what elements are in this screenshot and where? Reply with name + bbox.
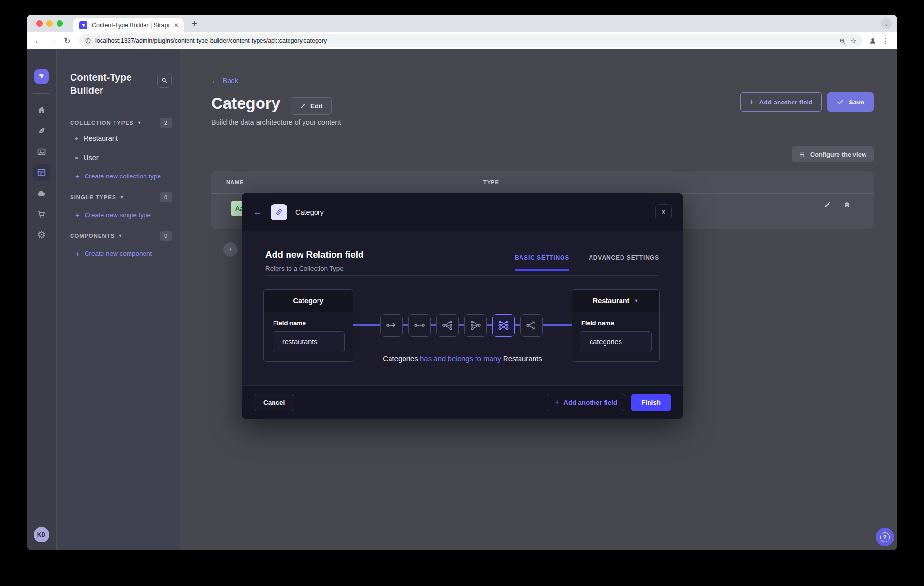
target-dropdown[interactable]: Restaurant ▼ [572, 290, 659, 312]
source-card: Category Field name [263, 289, 353, 362]
tab-basic-settings[interactable]: BASIC SETTINGS [515, 254, 569, 271]
edit-button[interactable]: Edit [291, 97, 332, 115]
relation-one-to-one-icon[interactable] [408, 314, 431, 337]
relation-sentence: Categories has and belongs to many Resta… [353, 354, 572, 363]
help-button[interactable]: ? [876, 528, 894, 546]
bullet-icon [75, 137, 78, 140]
plugin-sidebar: Content-Type Builder COLLECTION TYPES ▼ … [57, 49, 180, 550]
strapi-logo[interactable] [34, 69, 49, 84]
maximize-window-button[interactable] [57, 20, 63, 27]
sidebar-title: Content-Type Builder [70, 71, 138, 97]
collection-types-count-badge: 2 [160, 118, 172, 128]
main-nav-rail: ⚙ KD [27, 49, 57, 550]
source-card-title: Category [264, 290, 353, 312]
profile-icon[interactable] [868, 36, 877, 45]
page-subtitle: Build the data architecture of your cont… [211, 118, 341, 126]
reload-icon[interactable]: ↻ [61, 36, 73, 45]
modal-close-icon[interactable]: ✕ [655, 204, 672, 220]
add-another-field-button[interactable]: + Add another field [740, 92, 822, 112]
question-mark-icon: ? [880, 532, 890, 542]
browser-tab[interactable]: Content-Type Builder | Strapi ✕ [73, 18, 184, 32]
components-count-badge: 0 [160, 231, 172, 241]
modal-body: Add new Relation field Refers to a Colle… [242, 231, 683, 385]
tabs-divider [265, 275, 659, 276]
relation-many-to-one-icon[interactable] [464, 314, 487, 337]
tab-title: Content-Type Builder | Strapi [92, 22, 170, 29]
modal-header: ← Category ✕ [242, 193, 683, 231]
delete-field-icon[interactable] [843, 201, 851, 209]
source-field-label: Field name [273, 320, 306, 327]
cancel-button[interactable]: Cancel [254, 394, 294, 411]
finish-button[interactable]: Finish [631, 394, 671, 411]
modal-breadcrumb: Category [295, 208, 324, 216]
search-button[interactable] [157, 73, 172, 88]
relation-link-icon [271, 204, 287, 220]
source-field-input[interactable] [273, 331, 345, 352]
tab-close-icon[interactable]: ✕ [174, 22, 179, 29]
bullet-icon [75, 157, 78, 159]
column-name: NAME [226, 179, 244, 185]
plus-icon: + [555, 398, 559, 407]
site-info-icon[interactable] [85, 37, 91, 44]
marketplace-cart-icon[interactable] [32, 204, 51, 224]
cloud-icon[interactable] [32, 183, 51, 204]
tab-search-chevron-icon[interactable]: ⌄ [881, 18, 892, 29]
address-bar[interactable]: localhost:1337/admin/plugins/content-typ… [79, 34, 863, 47]
plus-icon: + [750, 97, 754, 107]
relation-many-to-many-icon[interactable] [492, 314, 515, 337]
browser-toolbar: ← → ↻ localhost:1337/admin/plugins/conte… [27, 32, 897, 49]
plus-circle-icon[interactable]: + [223, 242, 238, 257]
nav-divider [33, 93, 50, 94]
zoom-page-icon[interactable] [839, 37, 846, 44]
forward-nav-icon[interactable]: → [47, 36, 58, 45]
create-collection-type-link[interactable]: + Create new collection type [70, 167, 172, 185]
edit-field-icon[interactable] [823, 201, 832, 209]
browser-menu-icon[interactable]: ⋮ [880, 36, 892, 45]
home-icon[interactable] [32, 100, 51, 120]
relation-many-way-icon[interactable] [520, 314, 543, 337]
section-single-types[interactable]: SINGLE TYPES ▼ 0 [70, 191, 172, 203]
pencil-icon [300, 103, 306, 109]
minimize-window-button[interactable] [46, 20, 53, 27]
media-library-icon[interactable] [32, 141, 51, 162]
section-components[interactable]: COMPONENTS ▼ 0 [70, 230, 172, 242]
target-card: Restaurant ▼ Field name [572, 289, 660, 362]
section-collection-types[interactable]: COLLECTION TYPES ▼ 2 [70, 117, 172, 129]
page-title: Category [211, 94, 280, 113]
user-avatar[interactable]: KD [34, 527, 49, 542]
add-relation-modal: ← Category ✕ Add new Relation field Refe… [242, 193, 683, 419]
modal-add-another-field-button[interactable]: + Add another field [547, 394, 625, 411]
relation-one-way-icon[interactable] [380, 314, 403, 337]
column-type: TYPE [483, 179, 499, 185]
table-header: NAME TYPE [211, 171, 874, 194]
new-tab-button[interactable]: + [192, 18, 197, 29]
target-field-label: Field name [581, 320, 614, 327]
tab-advanced-settings[interactable]: ADVANCED SETTINGS [589, 254, 659, 271]
settings-gear-icon[interactable]: ⚙ [32, 224, 51, 245]
plus-icon: + [75, 172, 80, 180]
url-text: localhost:1337/admin/plugins/content-typ… [95, 37, 835, 44]
plus-icon: + [75, 249, 80, 258]
modal-title: Add new Relation field [265, 249, 364, 260]
close-window-button[interactable] [36, 20, 43, 27]
sidebar-divider [70, 105, 82, 105]
list-settings-icon [799, 151, 806, 158]
content-type-builder-icon[interactable] [32, 162, 51, 183]
plus-icon: + [75, 211, 80, 219]
create-single-type-link[interactable]: + Create new single type [70, 206, 172, 223]
sidebar-item-user[interactable]: User [70, 148, 172, 167]
bookmark-star-icon[interactable]: ☆ [850, 36, 857, 45]
save-button[interactable]: Save [827, 92, 874, 112]
relation-one-to-many-icon[interactable] [436, 314, 459, 337]
modal-footer: Cancel + Add another field Finish [242, 385, 683, 419]
modal-subtitle: Refers to a Collection Type [265, 265, 344, 272]
modal-back-icon[interactable]: ← [253, 206, 262, 218]
back-nav-icon[interactable]: ← [32, 36, 44, 45]
content-manager-feather-icon[interactable] [32, 120, 51, 141]
modal-tabs: BASIC SETTINGS ADVANCED SETTINGS [515, 254, 659, 271]
sidebar-item-restaurant[interactable]: Restaurant [70, 129, 172, 148]
back-link[interactable]: ← Back [211, 77, 238, 85]
configure-view-button[interactable]: Configure the view [792, 146, 874, 162]
create-component-link[interactable]: + Create new component [70, 245, 172, 262]
target-field-input[interactable] [580, 331, 652, 352]
